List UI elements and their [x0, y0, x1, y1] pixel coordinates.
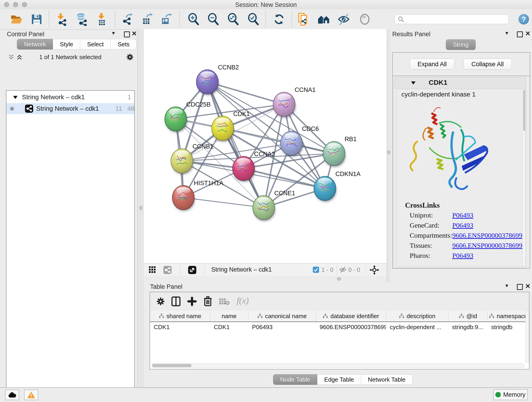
search-field[interactable]: [394, 14, 509, 24]
tab-select[interactable]: Select: [80, 39, 111, 50]
tab-style[interactable]: Style: [53, 39, 80, 50]
network-node-CCNA1[interactable]: [273, 92, 296, 118]
network-table-splitter[interactable]: [144, 276, 387, 282]
network-node-CDKN1A[interactable]: [314, 176, 336, 202]
grid-view-icon[interactable]: [149, 266, 156, 274]
section-expander-icon[interactable]: [411, 81, 416, 85]
results-scrollbar-thumb[interactable]: [523, 90, 525, 131]
results-scrollbar[interactable]: [523, 89, 526, 266]
export-image-button[interactable]: [159, 12, 173, 26]
help-button[interactable]: ?: [519, 14, 529, 25]
tab-string[interactable]: String: [446, 39, 476, 50]
import-table-button[interactable]: [95, 12, 109, 26]
import-network-from-database-button[interactable]: [75, 12, 89, 26]
network-node-CCNB1[interactable]: [171, 149, 193, 174]
tab-node-table[interactable]: Node Table: [273, 374, 317, 385]
cloud-status-button[interactable]: [5, 390, 19, 400]
network-canvas[interactable]: CCNB2CCNA1CDC25BCDK1CDC6RB1CCNB1CCNA2CDK…: [144, 29, 387, 263]
column-header--id[interactable]: @id: [448, 311, 488, 322]
delete-column-trash-icon[interactable]: [203, 296, 212, 306]
collapse-all-button[interactable]: Collapse All: [463, 59, 512, 70]
table-options-gear-icon[interactable]: [156, 297, 165, 306]
selected-checkbox-icon[interactable]: [313, 267, 319, 273]
tab-edge-table[interactable]: Edge Table: [317, 374, 361, 385]
hide-selected-button[interactable]: [337, 12, 351, 26]
results-panel-close-button[interactable]: ✕: [525, 30, 530, 37]
show-all-button[interactable]: [358, 12, 372, 26]
hidden-eye-slash-icon[interactable]: [339, 266, 347, 273]
zoom-out-button[interactable]: [206, 12, 220, 26]
network-collection-row[interactable]: String Network – cdk1 1: [6, 92, 134, 103]
duplicate-network-button[interactable]: [297, 12, 311, 26]
table-cell[interactable]: P06493: [248, 322, 316, 332]
zoom-fit-button[interactable]: [226, 12, 240, 26]
control-panel-close-button[interactable]: ✕: [132, 30, 137, 37]
control-network-splitter[interactable]: [138, 29, 144, 387]
network-edge[interactable]: [207, 82, 264, 208]
table-row[interactable]: CDK1CDK1P064939606.ENSP00000378699cyclin…: [150, 322, 529, 332]
open-session-button[interactable]: [10, 12, 23, 26]
network-node-CCNE1[interactable]: [253, 196, 275, 221]
network-node-CCNA2[interactable]: [233, 156, 255, 182]
tab-sets[interactable]: Sets: [111, 39, 137, 50]
network-row-selected[interactable]: String Network – cdk1 11 48: [6, 103, 134, 114]
open-in-window-icon[interactable]: [188, 266, 196, 274]
splitter-handle[interactable]: [139, 206, 143, 210]
warnings-button[interactable]: [24, 390, 38, 400]
table-cell[interactable]: cyclin-dependent ...: [386, 322, 448, 332]
crosslink-value-link[interactable]: P06493: [452, 221, 473, 229]
results-panel-maximize-button[interactable]: [517, 32, 523, 37]
crosslink-value-link[interactable]: P06493: [452, 252, 473, 259]
table-cell[interactable]: CDK1: [210, 322, 248, 332]
crosslink-value-link[interactable]: P06493: [452, 211, 473, 219]
network-options-gear-icon[interactable]: [126, 53, 134, 61]
table-hscrollbar-thumb[interactable]: [152, 364, 191, 367]
table-hscrollbar[interactable]: [152, 363, 525, 368]
table-cell[interactable]: 9606.ENSP00000378699: [316, 322, 386, 332]
network-view-icon[interactable]: [163, 266, 172, 274]
refresh-button[interactable]: [272, 12, 286, 26]
first-neighbors-button[interactable]: [317, 12, 331, 26]
search-input[interactable]: [404, 16, 501, 23]
network-node-CDK1[interactable]: [212, 116, 234, 142]
results-panel-float-button[interactable]: ▾: [505, 30, 508, 36]
column-header-canonical-name[interactable]: canonical name: [248, 311, 316, 322]
network-edge[interactable]: [207, 82, 284, 104]
column-header-description[interactable]: description: [386, 311, 448, 322]
import-network-button[interactable]: [55, 12, 68, 26]
column-header-namespace[interactable]: namespace: [488, 311, 529, 322]
network-node-RB1[interactable]: [323, 141, 346, 167]
zoom-selected-button[interactable]: [246, 12, 260, 26]
network-node-HIST1H1A[interactable]: [172, 185, 195, 211]
collection-expander-icon[interactable]: [13, 95, 18, 99]
network-node-CDC25B[interactable]: [165, 107, 187, 133]
table-vscrollbar[interactable]: [525, 311, 529, 362]
table-panel-maximize-button[interactable]: [517, 284, 523, 290]
splitter-handle[interactable]: [337, 277, 341, 281]
network-edge[interactable]: [183, 198, 264, 208]
expand-all-button[interactable]: Expand All: [410, 59, 455, 70]
export-network-button[interactable]: [120, 12, 134, 26]
zoom-in-button[interactable]: [186, 12, 200, 26]
table-panel-float-button[interactable]: ▾: [505, 282, 508, 289]
memory-button[interactable]: Memory: [493, 389, 528, 400]
tab-network-table[interactable]: Network Table: [361, 374, 413, 385]
splitter-handle[interactable]: [387, 150, 390, 154]
column-header-shared-name[interactable]: shared name: [150, 311, 210, 322]
column-header-name[interactable]: name: [210, 311, 248, 322]
save-session-button[interactable]: [30, 12, 44, 26]
birdseye-crosshair-icon[interactable]: [370, 265, 379, 275]
table-cell[interactable]: stringdb: [488, 322, 529, 332]
table-cell[interactable]: stringdb:9...: [448, 322, 488, 332]
tab-network[interactable]: Network: [17, 39, 53, 50]
table-panel-close-button[interactable]: ✕: [525, 282, 530, 290]
show-columns-icon[interactable]: [171, 296, 181, 306]
network-node-CDC6[interactable]: [280, 131, 303, 157]
table-cell[interactable]: CDK1: [150, 322, 210, 332]
column-header-database-identifier[interactable]: database identifier: [316, 311, 386, 322]
create-column-plus-icon[interactable]: [187, 296, 197, 306]
crosslink-value-link[interactable]: 9606.ENSP00000378699: [452, 231, 522, 239]
crosslink-value-link[interactable]: 9606.ENSP00000378699: [452, 242, 522, 249]
control-panel-maximize-button[interactable]: [124, 32, 130, 37]
control-panel-float-button[interactable]: ▾: [112, 30, 115, 36]
